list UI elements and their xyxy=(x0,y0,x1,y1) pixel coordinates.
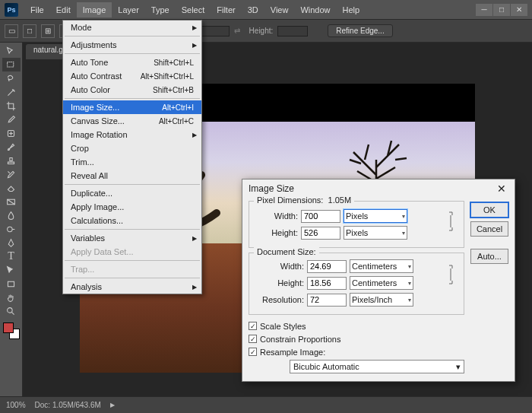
doc-width-input[interactable] xyxy=(307,260,347,273)
pen-tool-icon[interactable] xyxy=(2,236,21,249)
dialog-close-button[interactable]: ✕ xyxy=(495,182,508,195)
auto-button[interactable]: Auto... xyxy=(470,249,508,264)
shape-tool-icon[interactable] xyxy=(2,277,21,291)
doc-height-label: Height: xyxy=(255,278,304,288)
menu-item[interactable]: Adjustments▶ xyxy=(63,38,201,52)
selection-add-icon[interactable]: ⊞ xyxy=(41,24,55,38)
menu-item[interactable]: Analysis▶ xyxy=(63,280,201,294)
doc-size-title: Document Size: xyxy=(254,247,319,256)
type-tool-icon[interactable]: T xyxy=(2,249,21,263)
eyedropper-tool-icon[interactable] xyxy=(2,113,21,126)
px-height-input[interactable] xyxy=(301,227,340,240)
maximize-button[interactable]: □ xyxy=(493,4,510,16)
dodge-tool-icon[interactable] xyxy=(2,222,21,236)
constrain-checkbox[interactable]: ✓ xyxy=(249,335,257,343)
constrain-label: Constrain Proportions xyxy=(260,335,340,344)
tools-panel: T xyxy=(0,43,23,396)
menu-item[interactable]: Canvas Size...Alt+Ctrl+C xyxy=(63,114,201,128)
menu-3d[interactable]: 3D xyxy=(242,2,264,17)
menu-image[interactable]: Image xyxy=(77,2,112,17)
menu-item[interactable]: Reveal All xyxy=(63,169,201,183)
scale-styles-label: Scale Styles xyxy=(260,322,306,331)
px-height-label: Height: xyxy=(255,228,298,237)
resample-method-select[interactable]: Bicubic Automatic▾ xyxy=(290,360,464,373)
menu-help[interactable]: Help xyxy=(337,2,366,17)
marquee-tool-icon[interactable] xyxy=(2,58,21,71)
svg-rect-4 xyxy=(8,281,14,287)
height-input[interactable] xyxy=(277,26,308,37)
menu-file[interactable]: File xyxy=(24,2,50,17)
menu-filter[interactable]: Filter xyxy=(211,2,241,17)
px-height-unit-select[interactable]: Pixels▾ xyxy=(344,226,407,240)
menu-item[interactable]: Variables▶ xyxy=(63,231,201,245)
brush-tool-icon[interactable] xyxy=(2,140,21,154)
svg-point-5 xyxy=(8,307,13,313)
zoom-tool-icon[interactable] xyxy=(2,304,21,318)
menu-item[interactable]: Auto ColorShift+Ctrl+B xyxy=(63,83,201,97)
menu-window[interactable]: Window xyxy=(294,2,336,17)
crop-tool-icon[interactable] xyxy=(2,99,21,113)
image-menu-dropdown: Mode▶Adjustments▶Auto ToneShift+Ctrl+LAu… xyxy=(62,20,202,294)
eraser-tool-icon[interactable] xyxy=(2,181,21,195)
close-button[interactable]: ✕ xyxy=(511,4,527,16)
dialog-title: Image Size xyxy=(249,183,294,194)
wand-tool-icon[interactable] xyxy=(2,85,21,99)
menu-item: Trap... xyxy=(63,262,201,276)
status-arrow-icon[interactable]: ▶ xyxy=(110,402,115,408)
move-tool-icon[interactable] xyxy=(2,44,21,58)
doc-size-status: Doc: 1.05M/643.6M xyxy=(35,401,101,409)
px-width-label: Width: xyxy=(255,211,298,221)
history-brush-icon[interactable] xyxy=(2,167,21,181)
document-size-group: Document Size: Width: Centimeters▾ Heigh… xyxy=(249,253,464,315)
titlebar: Ps File Edit Image Layer Type Select Fil… xyxy=(0,0,532,20)
doc-height-unit-select[interactable]: Centimeters▾ xyxy=(350,276,413,290)
px-width-unit-select[interactable]: Pixels▾ xyxy=(344,209,407,223)
menu-item[interactable]: Calculations... xyxy=(63,214,201,227)
menu-item[interactable]: Crop xyxy=(63,141,201,155)
lasso-tool-icon[interactable] xyxy=(2,71,21,85)
svg-rect-0 xyxy=(8,62,14,67)
blur-tool-icon[interactable] xyxy=(2,208,21,222)
scale-styles-checkbox[interactable]: ✓ xyxy=(249,322,257,330)
menu-item[interactable]: Auto ContrastAlt+Shift+Ctrl+L xyxy=(63,69,201,83)
menu-item[interactable]: Image Rotation▶ xyxy=(63,128,201,141)
resample-checkbox[interactable]: ✓ xyxy=(249,348,257,356)
gradient-tool-icon[interactable] xyxy=(2,195,21,208)
refine-edge-button[interactable]: Refine Edge... xyxy=(328,24,392,37)
cancel-button[interactable]: Cancel xyxy=(470,221,508,237)
resolution-unit-select[interactable]: Pixels/Inch▾ xyxy=(350,293,413,307)
menu-view[interactable]: View xyxy=(264,2,295,17)
path-tool-icon[interactable] xyxy=(2,263,21,277)
svg-point-3 xyxy=(8,227,13,232)
link-icon[interactable] xyxy=(447,208,458,235)
stamp-tool-icon[interactable] xyxy=(2,154,21,167)
window-controls: ─ □ ✕ xyxy=(476,4,527,16)
selection-new-icon[interactable]: □ xyxy=(23,24,36,38)
menu-item[interactable]: Auto ToneShift+Ctrl+L xyxy=(63,56,201,69)
menu-edit[interactable]: Edit xyxy=(50,2,77,17)
width-input[interactable] xyxy=(199,26,230,37)
color-swatches[interactable] xyxy=(3,322,20,339)
px-width-input[interactable] xyxy=(301,210,340,223)
menu-type[interactable]: Type xyxy=(145,2,176,17)
menu-item[interactable]: Mode▶ xyxy=(63,21,201,34)
menu-layer[interactable]: Layer xyxy=(112,2,145,17)
foreground-swatch[interactable] xyxy=(3,322,14,333)
swap-icon[interactable]: ⇄ xyxy=(234,27,240,35)
menu-select[interactable]: Select xyxy=(176,2,211,17)
link-icon[interactable] xyxy=(447,258,458,291)
zoom-level[interactable]: 100% xyxy=(6,401,26,409)
resolution-input[interactable] xyxy=(307,294,347,307)
hand-tool-icon[interactable] xyxy=(2,291,21,304)
ok-button[interactable]: OK xyxy=(470,202,508,218)
doc-width-unit-select[interactable]: Centimeters▾ xyxy=(350,259,413,273)
resolution-label: Resolution: xyxy=(255,295,304,304)
doc-height-input[interactable] xyxy=(307,277,347,290)
menu-item[interactable]: Trim... xyxy=(63,155,201,169)
tool-preset-icon[interactable]: ▭ xyxy=(5,24,18,38)
healing-tool-icon[interactable] xyxy=(2,126,21,140)
menu-item[interactable]: Image Size...Alt+Ctrl+I xyxy=(63,100,201,114)
minimize-button[interactable]: ─ xyxy=(476,4,492,16)
menu-item[interactable]: Duplicate... xyxy=(63,186,201,200)
menu-item[interactable]: Apply Image... xyxy=(63,200,201,214)
